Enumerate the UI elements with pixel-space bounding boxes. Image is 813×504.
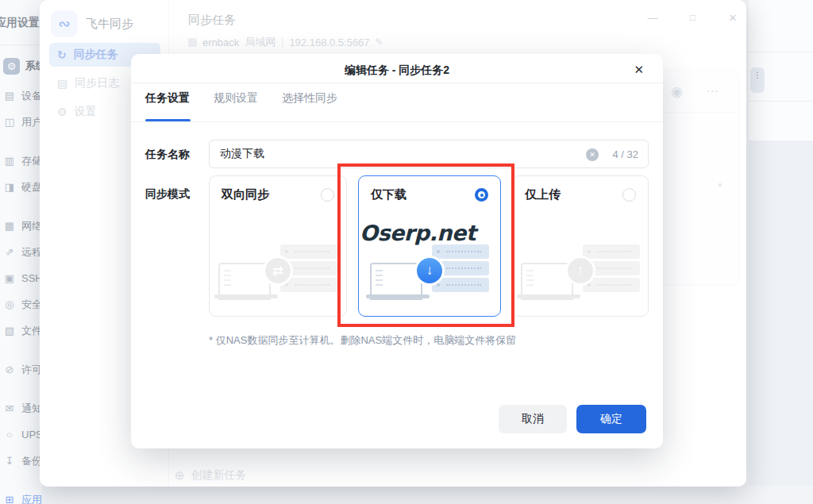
- cancel-button[interactable]: 取消: [499, 405, 567, 433]
- tab-rule-settings[interactable]: 规则设置: [214, 91, 258, 118]
- radio-bidirectional[interactable]: [321, 188, 334, 202]
- radio-download-only[interactable]: [475, 188, 488, 202]
- char-counter: 4 / 32: [612, 148, 638, 160]
- upload-illustration: ↑: [521, 243, 640, 305]
- upload-arrow-icon: ↑: [565, 256, 595, 286]
- clear-input-icon[interactable]: ✕: [586, 148, 599, 161]
- watermark-text: Oserp.net: [360, 221, 476, 245]
- edit-task-dialog: 编辑任务 - 同步任务2 ✕ 任务设置 规则设置 选择性同步 任务名称 ✕ 4 …: [131, 54, 663, 448]
- tab-selective-sync[interactable]: 选择性同步: [282, 91, 337, 118]
- divider: [131, 121, 663, 122]
- tab-task-settings[interactable]: 任务设置: [145, 91, 190, 118]
- task-name-field: ✕ 4 / 32: [209, 140, 649, 168]
- mode-description-note: * 仅NAS数据同步至计算机。删除NAS端文件时，电脑端文件将保留: [209, 333, 516, 348]
- radio-upload-only[interactable]: [622, 188, 636, 202]
- divider: [131, 83, 663, 83]
- download-illustration: ↓: [370, 243, 489, 305]
- sync-mode-options: 双向同步 ⇄ 仅下载 ↓ 仅上传: [131, 175, 663, 317]
- bidirectional-illustration: ⇄: [218, 243, 337, 305]
- dialog-title: 编辑任务 - 同步任务2: [131, 63, 663, 78]
- close-dialog-icon[interactable]: ✕: [632, 61, 645, 79]
- confirm-button[interactable]: 确定: [576, 405, 646, 433]
- mode-card-upload-only[interactable]: 仅上传 ↑: [512, 175, 649, 317]
- task-name-input[interactable]: [210, 140, 648, 167]
- swap-arrows-icon: ⇄: [263, 256, 293, 286]
- mode-card-bidirectional[interactable]: 双向同步 ⇄: [209, 175, 347, 317]
- desktop: 应用设置 ⚙ 系统 ▤设备信◫用户管▥存储空◨硬盘信▦网络设⇗远程访▣SSH◎安…: [0, 0, 813, 504]
- mode-card-download-only[interactable]: 仅下载 ↓: [358, 175, 501, 317]
- download-arrow-icon: ↓: [414, 256, 445, 286]
- dialog-tabs: 任务设置 规则设置 选择性同步: [145, 91, 337, 118]
- dialog-footer: 取消 确定: [131, 405, 663, 433]
- task-name-label: 任务名称: [145, 148, 190, 162]
